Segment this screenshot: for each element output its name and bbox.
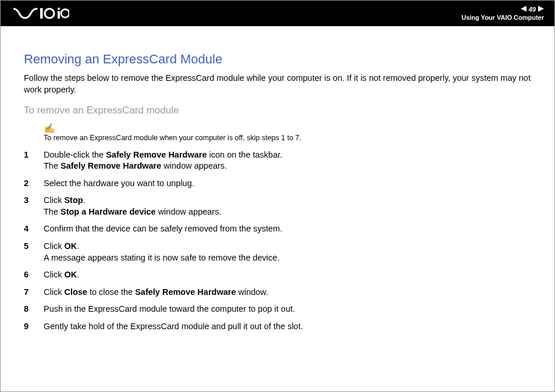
vaio-logo-svg	[13, 8, 69, 19]
page-header: 49 Using Your VAIO Computer	[1, 1, 554, 26]
steps-list: 1Double-click the Safely Remove Hardware…	[24, 149, 531, 333]
step-text: .	[77, 270, 79, 279]
step-number: 7	[24, 287, 44, 298]
step-text: Push in the ExpressCard module toward th…	[44, 304, 295, 313]
step-text: window appears.	[161, 161, 227, 170]
intro-paragraph: Follow the steps below to remove the Exp…	[24, 73, 531, 95]
svg-point-4	[61, 9, 69, 17]
svg-point-1	[45, 9, 54, 18]
step-bold: Safely Remove Hardware	[61, 161, 161, 170]
step-body: Select the hardware you want to unplug.	[44, 178, 531, 190]
vaio-logo	[13, 8, 69, 19]
step-text: A message appears stating it is now safe…	[44, 253, 279, 262]
step-body: Push in the ExpressCard module toward th…	[44, 304, 531, 315]
page-title: Removing an ExpressCard Module	[24, 52, 531, 67]
step-item: 9Gently take hold of the ExpressCard mod…	[24, 321, 531, 333]
step-text: icon on the taskbar.	[207, 150, 282, 159]
step-text: Click	[44, 195, 64, 205]
svg-marker-5	[521, 6, 526, 12]
step-number: 8	[24, 304, 44, 315]
step-bold: Close	[64, 287, 87, 297]
svg-rect-0	[40, 8, 43, 19]
note-text: To remove an ExpressCard module when you…	[44, 133, 531, 144]
svg-point-3	[58, 8, 60, 10]
step-body: Click Stop.The Stop a Hardware device wi…	[44, 195, 531, 218]
step-item: 5Click OK.A message appears stating it i…	[24, 241, 531, 263]
step-text: The	[44, 207, 61, 216]
step-number: 6	[24, 269, 44, 281]
step-text: Click	[44, 270, 64, 279]
page-number: 49	[529, 6, 536, 13]
step-bold: Stop	[64, 195, 83, 205]
step-body: Click Close to close the Safely Remove H…	[44, 287, 531, 298]
step-number: 3	[24, 195, 44, 206]
svg-marker-6	[538, 6, 544, 12]
step-bold: OK	[64, 241, 77, 251]
next-page-arrow-icon[interactable]	[538, 6, 544, 13]
step-body: Click OK.	[44, 269, 531, 281]
step-text: .	[83, 195, 86, 205]
step-bold: Stop a Hardware device	[61, 207, 156, 216]
note-icon: ✍	[44, 124, 55, 133]
step-text: Click	[44, 241, 64, 251]
step-text: Double-click the	[44, 150, 106, 159]
step-text: Select the hardware you want to unplug.	[44, 179, 194, 188]
step-item: 8Push in the ExpressCard module toward t…	[24, 304, 531, 315]
section-label: Using Your VAIO Computer	[461, 14, 544, 21]
step-item: 3Click Stop.The Stop a Hardware device w…	[24, 195, 531, 218]
step-text: window appears.	[156, 207, 222, 216]
step-text: The	[44, 161, 61, 170]
step-bold: Safely Remove Hardware	[135, 287, 236, 297]
prev-page-arrow-icon[interactable]	[521, 6, 526, 13]
step-text: to close the	[87, 287, 135, 297]
section-subtitle: To remove an ExpressCard module	[24, 105, 531, 116]
step-text: Gently take hold of the ExpressCard modu…	[44, 322, 303, 331]
step-number: 4	[24, 223, 44, 235]
step-text: Click	[44, 287, 64, 297]
step-body: Gently take hold of the ExpressCard modu…	[44, 321, 531, 333]
note-block: ✍ To remove an ExpressCard module when y…	[44, 124, 531, 144]
step-body: Click OK.A message appears stating it is…	[44, 241, 531, 263]
step-number: 1	[24, 149, 44, 161]
step-item: 4Confirm that the device can be safely r…	[24, 223, 531, 235]
header-right: 49 Using Your VAIO Computer	[461, 6, 544, 21]
page-nav: 49	[521, 6, 544, 13]
step-number: 5	[24, 241, 44, 252]
step-number: 2	[24, 178, 44, 190]
step-bold: Safely Remove Hardware	[106, 150, 207, 159]
page-content: Removing an ExpressCard Module Follow th…	[1, 26, 554, 332]
step-body: Confirm that the device can be safely re…	[44, 223, 531, 235]
step-text: window.	[236, 287, 268, 297]
step-number: 9	[24, 321, 44, 333]
svg-rect-2	[58, 11, 60, 19]
step-item: 6Click OK.	[24, 269, 531, 281]
step-item: 2Select the hardware you want to unplug.	[24, 178, 531, 190]
step-item: 7Click Close to close the Safely Remove …	[24, 287, 531, 298]
step-item: 1Double-click the Safely Remove Hardware…	[24, 149, 531, 172]
step-body: Double-click the Safely Remove Hardware …	[44, 149, 531, 172]
step-text: .	[77, 241, 79, 251]
step-text: Confirm that the device can be safely re…	[44, 224, 282, 233]
step-bold: OK	[64, 270, 77, 279]
